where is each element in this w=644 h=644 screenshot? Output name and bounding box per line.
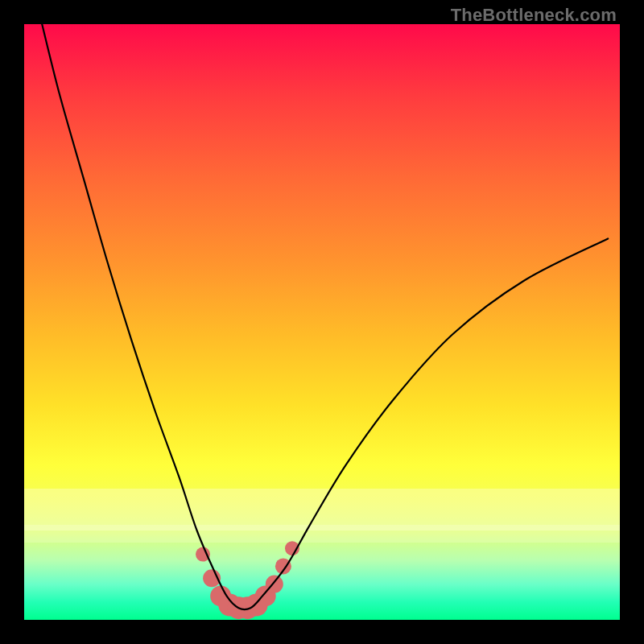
chart-frame: TheBottleneck.com bbox=[0, 0, 644, 644]
plot-area bbox=[24, 24, 620, 620]
bottleneck-curve bbox=[42, 24, 608, 609]
marker-point bbox=[196, 547, 210, 562]
watermark-text: TheBottleneck.com bbox=[451, 5, 617, 26]
marker-group bbox=[196, 541, 299, 619]
chart-svg bbox=[24, 24, 620, 620]
